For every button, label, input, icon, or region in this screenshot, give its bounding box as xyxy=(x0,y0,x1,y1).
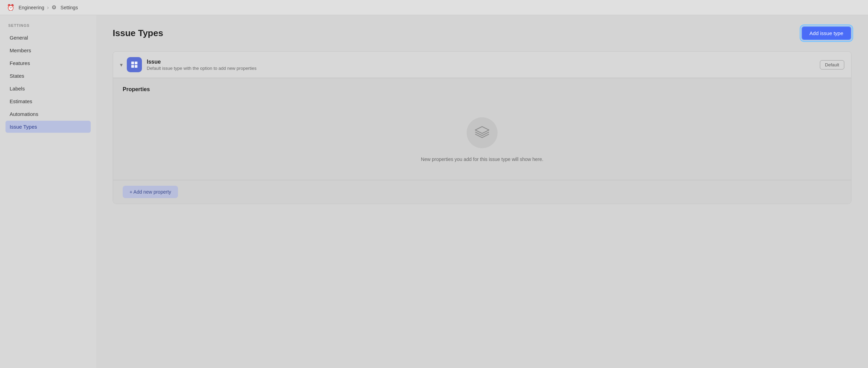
issue-type-card: ▾ Issue Default issue type with the opti… xyxy=(113,51,852,204)
add-property-section: + Add new property xyxy=(113,180,851,204)
sidebar-item-label: Automations xyxy=(10,111,38,117)
sidebar-item-issue-types[interactable]: Issue Types xyxy=(5,121,91,133)
top-bar: ⏰ Engineering › ⚙ Settings xyxy=(0,0,868,15)
sidebar-item-label: Estimates xyxy=(10,98,32,104)
svg-rect-2 xyxy=(131,65,134,68)
sidebar-item-label: Issue Types xyxy=(10,124,37,130)
properties-section: Properties New properties you add for th… xyxy=(113,78,851,180)
default-badge[interactable]: Default xyxy=(820,60,844,69)
sidebar-item-label: General xyxy=(10,35,28,41)
sidebar-item-features[interactable]: Features xyxy=(5,57,91,69)
main-layout: Settings General Members Features States… xyxy=(0,15,868,368)
chevron-down-icon[interactable]: ▾ xyxy=(120,62,123,68)
alarm-icon: ⏰ xyxy=(7,4,14,11)
sidebar-section-label: Settings xyxy=(5,23,91,28)
svg-rect-0 xyxy=(131,62,134,64)
issue-info: Issue Default issue type with the option… xyxy=(147,59,820,71)
sidebar-item-states[interactable]: States xyxy=(5,70,91,82)
sidebar-item-label: Labels xyxy=(10,86,25,91)
sidebar: Settings General Members Features States… xyxy=(0,15,96,368)
issue-type-header: ▾ Issue Default issue type with the opti… xyxy=(113,52,851,78)
add-new-property-button[interactable]: + Add new property xyxy=(123,186,178,198)
svg-rect-3 xyxy=(135,65,137,68)
issue-type-name: Issue xyxy=(147,59,820,65)
sidebar-item-label: Features xyxy=(10,60,30,66)
sidebar-item-label: States xyxy=(10,73,24,79)
sidebar-item-labels[interactable]: Labels xyxy=(5,83,91,95)
sidebar-item-automations[interactable]: Automations xyxy=(5,108,91,120)
issue-type-description: Default issue type with the option to ad… xyxy=(147,66,820,71)
page-title: Issue Types xyxy=(113,28,163,39)
issue-type-icon xyxy=(127,57,142,72)
empty-state-icon-circle xyxy=(467,117,498,148)
settings-label: Settings xyxy=(60,5,78,10)
sidebar-item-label: Members xyxy=(10,47,31,53)
svg-marker-4 xyxy=(475,127,489,133)
empty-state: New properties you add for this issue ty… xyxy=(123,104,842,173)
page-header: Issue Types Add issue type xyxy=(113,26,852,40)
gear-icon: ⚙ xyxy=(52,4,56,11)
add-issue-type-button[interactable]: Add issue type xyxy=(801,26,852,40)
properties-title: Properties xyxy=(123,86,842,93)
app-name: Engineering xyxy=(19,5,44,10)
sidebar-item-general[interactable]: General xyxy=(5,32,91,44)
svg-rect-1 xyxy=(135,62,137,64)
empty-state-text: New properties you add for this issue ty… xyxy=(421,156,543,162)
layers-icon xyxy=(473,124,491,142)
breadcrumb-separator: › xyxy=(47,4,49,11)
content-area: Issue Types Add issue type ▾ Issue xyxy=(96,15,868,368)
sidebar-item-estimates[interactable]: Estimates xyxy=(5,95,91,107)
sidebar-item-members[interactable]: Members xyxy=(5,44,91,56)
breadcrumb: ⏰ Engineering › ⚙ Settings xyxy=(7,4,78,11)
